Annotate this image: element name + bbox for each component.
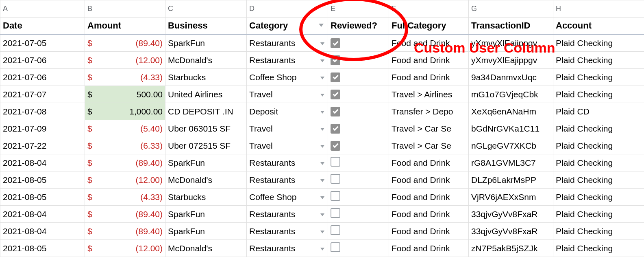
cell-amount[interactable]: $(4.33) (85, 189, 165, 206)
cell-account[interactable]: Plaid Checking (553, 52, 644, 69)
cell-amount[interactable]: $(12.00) (85, 240, 165, 257)
header-category[interactable]: Category (247, 18, 328, 35)
cell-full-category[interactable]: Food and Drink (389, 189, 469, 206)
col-letter-f[interactable]: F (389, 0, 469, 18)
dropdown-icon[interactable] (320, 111, 324, 114)
reviewed-checkbox[interactable] (331, 90, 340, 99)
cell-account[interactable]: Plaid Checking (553, 223, 644, 240)
cell-full-category[interactable]: Food and Drink (389, 52, 469, 69)
cell-reviewed[interactable] (328, 120, 389, 137)
cell-date[interactable]: 2021-08-04 (0, 206, 85, 223)
reviewed-checkbox[interactable] (331, 141, 340, 151)
cell-date[interactable]: 2021-08-05 (0, 240, 85, 257)
cell-business[interactable]: McDonald's (165, 52, 247, 69)
dropdown-icon[interactable] (320, 213, 324, 216)
cell-business[interactable]: Uber 072515 SF (165, 137, 247, 154)
cell-business[interactable]: SparkFun (165, 35, 247, 52)
cell-full-category[interactable]: Food and Drink (389, 206, 469, 223)
dropdown-icon[interactable] (320, 77, 324, 79)
dropdown-icon[interactable] (320, 248, 324, 250)
cell-transaction-id[interactable]: yXmvyXlEajippgv (469, 52, 553, 69)
cell-full-category[interactable]: Food and Drink (389, 223, 469, 240)
cell-full-category[interactable]: Food and Drink (389, 171, 469, 189)
cell-reviewed[interactable] (328, 103, 389, 120)
cell-category[interactable]: Travel (247, 137, 328, 154)
reviewed-checkbox[interactable] (331, 174, 340, 184)
cell-date[interactable]: 2021-07-22 (0, 137, 85, 154)
cell-transaction-id[interactable]: VjRV6jAEXxSnm (469, 189, 553, 206)
cell-account[interactable]: Plaid Checking (553, 69, 644, 86)
header-business[interactable]: Business (165, 18, 247, 35)
cell-business[interactable]: United Airlines (165, 86, 247, 103)
cell-account[interactable]: Plaid CD (553, 103, 644, 120)
cell-transaction-id[interactable]: 33qjvGyVv8FxaR (469, 206, 553, 223)
reviewed-checkbox[interactable] (331, 208, 340, 218)
cell-amount[interactable]: $(89.40) (85, 206, 165, 223)
header-date[interactable]: Date (0, 18, 85, 35)
dropdown-icon[interactable] (320, 94, 324, 97)
cell-account[interactable]: Plaid Checking (553, 154, 644, 171)
reviewed-checkbox[interactable] (331, 124, 340, 134)
col-letter-c[interactable]: C (165, 0, 247, 18)
cell-business[interactable]: Uber 063015 SF (165, 120, 247, 137)
cell-date[interactable]: 2021-08-04 (0, 223, 85, 240)
header-transaction-id[interactable]: TransactionID (469, 18, 553, 35)
cell-reviewed[interactable] (328, 171, 389, 189)
cell-business[interactable]: McDonald's (165, 171, 247, 189)
cell-date[interactable]: 2021-07-08 (0, 103, 85, 120)
col-letter-b[interactable]: B (85, 0, 165, 18)
dropdown-icon[interactable] (320, 128, 324, 131)
col-letter-d[interactable]: D (247, 0, 328, 18)
col-letter-e[interactable]: E (328, 0, 389, 18)
cell-account[interactable]: Plaid Checking (553, 189, 644, 206)
cell-date[interactable]: 2021-07-07 (0, 86, 85, 103)
cell-transaction-id[interactable]: zN7P5akB5jSZJk (469, 240, 553, 257)
cell-transaction-id[interactable]: yXmvyXlEajippgv (469, 35, 553, 52)
cell-category[interactable]: Coffee Shop (247, 189, 328, 206)
cell-account[interactable]: Plaid Checking (553, 86, 644, 103)
cell-full-category[interactable]: Travel > Car Se (389, 137, 469, 154)
cell-amount[interactable]: $(89.40) (85, 223, 165, 240)
dropdown-icon[interactable] (320, 231, 324, 233)
cell-date[interactable]: 2021-07-06 (0, 52, 85, 69)
cell-business[interactable]: Starbucks (165, 69, 247, 86)
cell-transaction-id[interactable]: 33qjvGyVv8FxaR (469, 223, 553, 240)
header-full-category[interactable]: Ful Category (389, 18, 469, 35)
cell-account[interactable]: Plaid Checking (553, 137, 644, 154)
cell-account[interactable]: Plaid Checking (553, 171, 644, 189)
cell-full-category[interactable]: Food and Drink (389, 240, 469, 257)
col-letter-h[interactable]: H (553, 0, 644, 18)
cell-date[interactable]: 2021-08-04 (0, 154, 85, 171)
cell-reviewed[interactable] (328, 206, 389, 223)
cell-full-category[interactable]: Transfer > Depo (389, 103, 469, 120)
dropdown-icon[interactable] (320, 42, 324, 45)
cell-account[interactable]: Plaid Checking (553, 206, 644, 223)
cell-reviewed[interactable] (328, 223, 389, 240)
cell-full-category[interactable]: Food and Drink (389, 154, 469, 171)
cell-amount[interactable]: $(5.40) (85, 120, 165, 137)
cell-full-category[interactable]: Food and Drink (389, 35, 469, 52)
reviewed-checkbox[interactable] (331, 157, 340, 167)
cell-category[interactable]: Restaurants (247, 35, 328, 52)
cell-business[interactable]: McDonald's (165, 240, 247, 257)
cell-category[interactable]: Coffee Shop (247, 69, 328, 86)
cell-amount[interactable]: $(89.40) (85, 35, 165, 52)
filter-icon[interactable] (319, 24, 324, 27)
cell-category[interactable]: Restaurants (247, 240, 328, 257)
reviewed-checkbox[interactable] (331, 72, 340, 82)
cell-category[interactable]: Restaurants (247, 223, 328, 240)
cell-business[interactable]: SparkFun (165, 223, 247, 240)
cell-full-category[interactable]: Travel > Airlines (389, 86, 469, 103)
header-amount[interactable]: Amount (85, 18, 165, 35)
cell-transaction-id[interactable]: bGdNrGVKa1C11 (469, 120, 553, 137)
cell-category[interactable]: Restaurants (247, 52, 328, 69)
cell-reviewed[interactable] (328, 240, 389, 257)
cell-transaction-id[interactable]: mG1o7GVjeqCbk (469, 86, 553, 103)
col-letter-g[interactable]: G (469, 0, 553, 18)
header-reviewed[interactable]: Reviewed? (328, 18, 389, 35)
cell-transaction-id[interactable]: 9a34DanmvxUqc (469, 69, 553, 86)
cell-reviewed[interactable] (328, 137, 389, 154)
cell-transaction-id[interactable]: DLZp6LakrMsPP (469, 171, 553, 189)
cell-category[interactable]: Travel (247, 120, 328, 137)
dropdown-icon[interactable] (320, 196, 324, 199)
